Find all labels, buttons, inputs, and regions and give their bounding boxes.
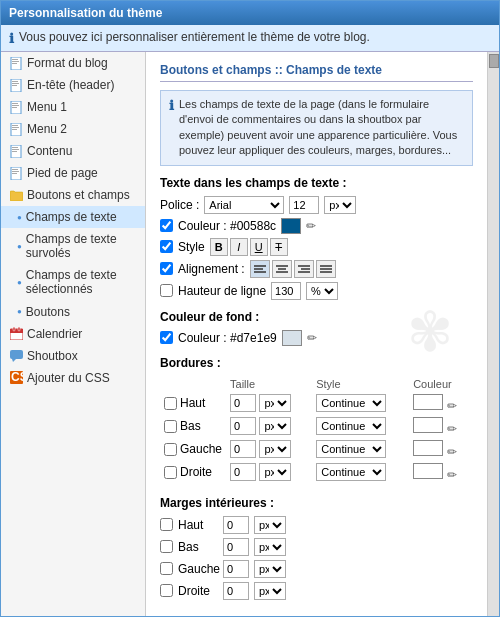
- sidebar-label-header: En-tête (header): [27, 78, 114, 92]
- border-checkbox-3[interactable]: [164, 466, 177, 479]
- border-label-2: Gauche: [160, 438, 226, 461]
- align-right-button[interactable]: [294, 260, 314, 278]
- border-style-3[interactable]: Continue: [316, 463, 386, 481]
- border-couleur-3[interactable]: [413, 463, 443, 479]
- text-section-label: Texte dans les champs de texte :: [160, 176, 473, 190]
- couleur-checkbox[interactable]: [160, 219, 173, 232]
- sidebar-item-contenu[interactable]: Contenu: [1, 140, 145, 162]
- border-size-2[interactable]: [230, 440, 256, 458]
- svg-rect-9: [12, 103, 18, 104]
- border-unit-0[interactable]: px: [259, 394, 291, 412]
- sidebar-item-header[interactable]: En-tête (header): [1, 74, 145, 96]
- sidebar-item-boutons-champs[interactable]: Boutons et champs: [1, 184, 145, 206]
- bg-couleur-swatch[interactable]: [282, 330, 302, 346]
- align-left-button[interactable]: [250, 260, 270, 278]
- svg-rect-25: [10, 329, 23, 333]
- italic-button[interactable]: I: [230, 238, 248, 256]
- border-size-0[interactable]: [230, 394, 256, 412]
- margin-size-3[interactable]: [223, 582, 249, 600]
- svg-rect-21: [12, 169, 18, 170]
- border-unit-3[interactable]: px: [259, 463, 291, 481]
- sidebar-item-shoutbox[interactable]: Shoutbox: [1, 345, 145, 367]
- strikethrough-button[interactable]: T: [270, 238, 288, 256]
- svg-marker-29: [12, 359, 16, 362]
- border-style-1[interactable]: Continue: [316, 417, 386, 435]
- border-unit-2[interactable]: px: [259, 440, 291, 458]
- font-size-input[interactable]: [289, 196, 319, 214]
- margin-checkbox-2[interactable]: [160, 562, 173, 575]
- bg-edit-icon[interactable]: ✏: [307, 331, 317, 345]
- couleur-swatch[interactable]: [281, 218, 301, 234]
- margin-size-0[interactable]: [223, 516, 249, 534]
- style-checkbox[interactable]: [160, 240, 173, 253]
- margin-unit-3[interactable]: px: [254, 582, 286, 600]
- svg-rect-3: [12, 63, 17, 64]
- svg-rect-2: [12, 61, 19, 62]
- couleur-edit-icon[interactable]: ✏: [306, 219, 316, 233]
- border-couleur-2[interactable]: [413, 440, 443, 456]
- border-unit-1[interactable]: px: [259, 417, 291, 435]
- margin-size-2[interactable]: [223, 560, 249, 578]
- font-unit-select[interactable]: px % em: [324, 196, 356, 214]
- bold-button[interactable]: B: [210, 238, 228, 256]
- margins-container: Haut px Bas px Gauche px Droite px: [160, 516, 473, 600]
- border-style-2[interactable]: Continue: [316, 440, 386, 458]
- info-icon: ℹ: [9, 31, 14, 46]
- margin-unit-0[interactable]: px: [254, 516, 286, 534]
- sidebar-item-champs-survoles[interactable]: ● Champs de texte survolés: [1, 228, 145, 264]
- margin-size-1[interactable]: [223, 538, 249, 556]
- margin-unit-2[interactable]: px: [254, 560, 286, 578]
- content-area: Boutons et champs :: Champs de texte ℹ L…: [146, 52, 487, 616]
- alignment-checkbox[interactable]: [160, 262, 173, 275]
- sidebar-label-css: Ajouter du CSS: [27, 371, 110, 385]
- border-style-0[interactable]: Continue: [316, 394, 386, 412]
- info-bar-text: Vous pouvez ici personnaliser entièremen…: [19, 30, 370, 44]
- border-edit-3[interactable]: ✏: [447, 468, 457, 482]
- margin-checkbox-1[interactable]: [160, 540, 173, 553]
- svg-rect-6: [12, 83, 19, 84]
- margin-unit-1[interactable]: px: [254, 538, 286, 556]
- hauteur-checkbox[interactable]: [160, 284, 173, 297]
- sidebar-label-champs-texte: Champs de texte: [26, 210, 117, 224]
- svg-rect-23: [12, 173, 17, 174]
- hauteur-unit-select[interactable]: % px: [306, 282, 338, 300]
- border-size-1[interactable]: [230, 417, 256, 435]
- border-size-3[interactable]: [230, 463, 256, 481]
- svg-rect-14: [12, 127, 19, 128]
- margin-checkbox-3[interactable]: [160, 584, 173, 597]
- border-edit-2[interactable]: ✏: [447, 445, 457, 459]
- sidebar-label-menu2: Menu 2: [27, 122, 67, 136]
- sidebar-item-calendrier[interactable]: Calendrier: [1, 323, 145, 345]
- sidebar-item-boutons[interactable]: ● Boutons: [1, 301, 145, 323]
- sidebar-label-contenu: Contenu: [27, 144, 72, 158]
- couleur-label: Couleur : #00588c: [178, 219, 276, 233]
- border-couleur-1[interactable]: [413, 417, 443, 433]
- border-checkbox-2[interactable]: [164, 443, 177, 456]
- sidebar-item-champs-texte[interactable]: ● Champs de texte: [1, 206, 145, 228]
- align-justify-button[interactable]: [316, 260, 336, 278]
- border-checkbox-0[interactable]: [164, 397, 177, 410]
- hauteur-input[interactable]: [271, 282, 301, 300]
- border-couleur-0[interactable]: [413, 394, 443, 410]
- sidebar-item-champs-selectionnes[interactable]: ● Champs de texte sélectionnés: [1, 264, 145, 301]
- sidebar-item-format[interactable]: Format du blog: [1, 52, 145, 74]
- sidebar-item-menu2[interactable]: Menu 2: [1, 118, 145, 140]
- folder-icon: [9, 188, 23, 202]
- scrollbar[interactable]: [487, 52, 499, 616]
- border-checkbox-1[interactable]: [164, 420, 177, 433]
- border-edit-0[interactable]: ✏: [447, 399, 457, 413]
- bg-checkbox[interactable]: [160, 331, 173, 344]
- align-center-button[interactable]: [272, 260, 292, 278]
- sidebar-item-ajouter-css[interactable]: CSS Ajouter du CSS: [1, 367, 145, 389]
- underline-button[interactable]: U: [250, 238, 268, 256]
- margin-checkbox-0[interactable]: [160, 518, 173, 531]
- police-select[interactable]: Arial: [204, 196, 284, 214]
- sidebar-item-pied-page[interactable]: Pied de page: [1, 162, 145, 184]
- border-edit-1[interactable]: ✏: [447, 422, 457, 436]
- bullet-icon-boutons: ●: [17, 307, 22, 316]
- margin-row-bas: Bas px: [160, 538, 473, 556]
- sidebar-label-shoutbox: Shoutbox: [27, 349, 78, 363]
- sidebar-item-menu1[interactable]: Menu 1: [1, 96, 145, 118]
- scroll-up-button[interactable]: [489, 54, 499, 68]
- border-row-haut: Haut px Continue ✏: [160, 392, 473, 415]
